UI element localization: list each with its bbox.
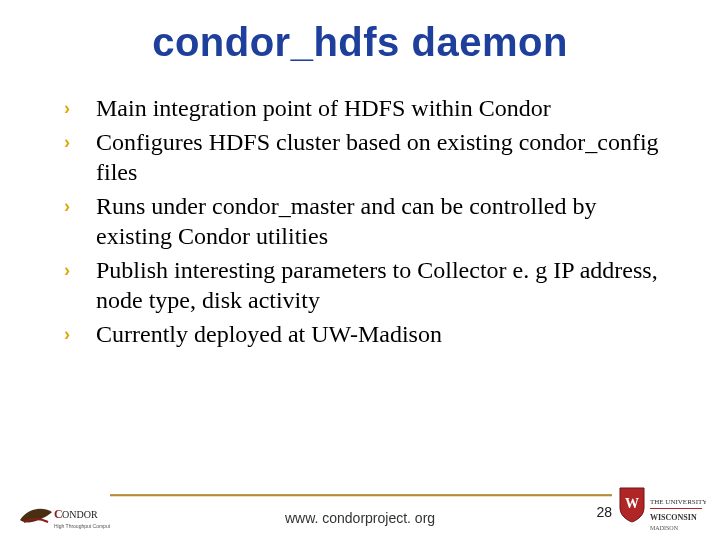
svg-text:THE UNIVERSITY: THE UNIVERSITY (650, 498, 706, 506)
list-item: › Runs under condor_master and can be co… (64, 191, 664, 251)
list-item: › Configures HDFS cluster based on exist… (64, 127, 664, 187)
svg-text:ONDOR: ONDOR (62, 509, 98, 520)
uw-crest-icon: W THE UNIVERSITY WISCONSIN MADISON (616, 484, 706, 540)
bullet-text: Currently deployed at UW-Madison (96, 319, 664, 349)
chevron-icon: › (64, 133, 86, 151)
chevron-icon: › (64, 261, 86, 279)
chevron-icon: › (64, 197, 86, 215)
svg-text:WISCONSIN: WISCONSIN (650, 513, 697, 522)
footer: www. condorproject. org 28 C ONDOR High … (0, 486, 720, 540)
condor-logo-icon: C ONDOR High Throughput Computing (18, 498, 110, 538)
bullet-list: › Main integration point of HDFS within … (0, 93, 720, 349)
list-item: › Main integration point of HDFS within … (64, 93, 664, 123)
page-number: 28 (596, 504, 612, 520)
bullet-text: Publish interesting parameters to Collec… (96, 255, 664, 315)
list-item: › Currently deployed at UW-Madison (64, 319, 664, 349)
svg-rect-5 (650, 508, 702, 509)
chevron-icon: › (64, 99, 86, 117)
svg-text:High Throughput Computing: High Throughput Computing (54, 523, 110, 529)
svg-text:MADISON: MADISON (650, 525, 679, 531)
slide: condor_hdfs daemon › Main integration po… (0, 20, 720, 540)
bullet-text: Main integration point of HDFS within Co… (96, 93, 664, 123)
chevron-icon: › (64, 325, 86, 343)
svg-text:W: W (625, 496, 639, 511)
bullet-text: Runs under condor_master and can be cont… (96, 191, 664, 251)
slide-title: condor_hdfs daemon (0, 20, 720, 65)
divider (110, 494, 612, 500)
bullet-text: Configures HDFS cluster based on existin… (96, 127, 664, 187)
list-item: › Publish interesting parameters to Coll… (64, 255, 664, 315)
